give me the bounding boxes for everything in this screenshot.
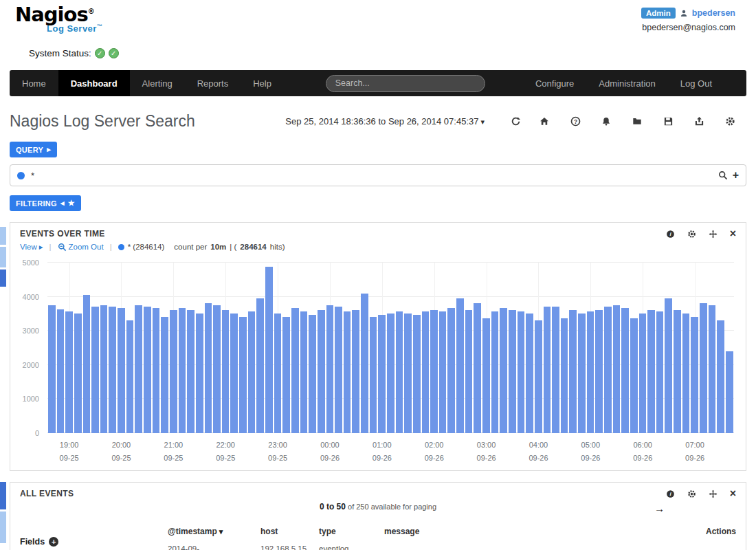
- export-icon[interactable]: [694, 116, 704, 126]
- chart-bar[interactable]: [179, 308, 186, 433]
- chart-bar[interactable]: [587, 311, 594, 433]
- chart-bar[interactable]: [639, 314, 647, 433]
- chart-bar[interactable]: [569, 310, 577, 433]
- chart-bar[interactable]: [265, 267, 273, 433]
- add-query-icon[interactable]: +: [733, 170, 739, 181]
- query-toggle-button[interactable]: QUERY▸: [10, 142, 57, 157]
- nav-item-alerting[interactable]: Alerting: [130, 70, 185, 96]
- chart-bar[interactable]: [717, 320, 724, 433]
- chart-bar[interactable]: [387, 314, 394, 433]
- chart-bar[interactable]: [83, 295, 91, 433]
- chart-bar[interactable]: [682, 314, 690, 433]
- chart-bar[interactable]: [439, 311, 447, 433]
- chart-bar[interactable]: [91, 307, 99, 433]
- nav-item-logout[interactable]: Log Out: [668, 70, 724, 96]
- chart-bar[interactable]: [300, 311, 308, 433]
- nav-item-reports[interactable]: Reports: [185, 70, 241, 96]
- chart-bar[interactable]: [118, 308, 125, 433]
- help-icon[interactable]: ?: [570, 116, 581, 126]
- zoom-out-link[interactable]: Zoom Out: [58, 243, 104, 252]
- search-magnifier-icon[interactable]: [718, 170, 728, 180]
- chart-bar[interactable]: [187, 310, 194, 433]
- column-type[interactable]: type: [319, 527, 384, 536]
- chart-bar[interactable]: [309, 315, 316, 433]
- save-icon[interactable]: [663, 116, 674, 126]
- info-icon[interactable]: i: [666, 490, 675, 498]
- chart-bar[interactable]: [378, 315, 386, 433]
- filtering-toggle-button[interactable]: FILTERING◂★: [10, 195, 81, 211]
- chart-bar[interactable]: [509, 310, 516, 433]
- chart-bar[interactable]: [291, 308, 299, 433]
- row-collapse-tab[interactable]: [0, 270, 6, 287]
- chart-bar[interactable]: [413, 315, 421, 433]
- chart-bar[interactable]: [491, 311, 499, 433]
- chart-bar[interactable]: [352, 310, 359, 433]
- chart-bar[interactable]: [474, 303, 481, 433]
- info-icon[interactable]: i: [666, 230, 675, 239]
- chart-bar[interactable]: [57, 309, 65, 433]
- row-collapse-tab[interactable]: [0, 512, 6, 543]
- chart-bar[interactable]: [595, 310, 603, 433]
- chart-bar[interactable]: [422, 311, 430, 433]
- panel-settings-gear-icon[interactable]: [687, 490, 696, 498]
- chart-bar[interactable]: [630, 318, 638, 433]
- move-panel-icon[interactable]: [709, 490, 718, 498]
- row-collapse-tab[interactable]: [0, 482, 6, 509]
- column-host[interactable]: host: [260, 527, 319, 536]
- add-field-icon[interactable]: +: [49, 537, 58, 547]
- chart-bar[interactable]: [561, 318, 568, 433]
- search-input[interactable]: [326, 75, 485, 92]
- view-link[interactable]: View▸: [20, 242, 43, 252]
- close-panel-icon[interactable]: ×: [730, 490, 736, 498]
- chart-bar[interactable]: [544, 307, 551, 433]
- chart-bar[interactable]: [230, 314, 238, 433]
- nav-item-administration[interactable]: Administration: [586, 70, 667, 96]
- table-row[interactable]: 2014-09- 192.168.5.15 eventlog: [168, 542, 736, 550]
- chart-bar[interactable]: [578, 314, 586, 433]
- chart-bar[interactable]: [248, 311, 256, 433]
- chart-bar[interactable]: [74, 314, 82, 433]
- chart-bar[interactable]: [700, 303, 707, 433]
- chart-bar[interactable]: [65, 311, 73, 433]
- chart-bar[interactable]: [274, 314, 282, 433]
- nav-item-home[interactable]: Home: [10, 70, 58, 96]
- chart-bar[interactable]: [726, 351, 733, 433]
- chart-bar[interactable]: [656, 311, 664, 433]
- chart-bar[interactable]: [170, 310, 177, 433]
- chart-bar[interactable]: [465, 310, 473, 433]
- chart-bar[interactable]: [396, 311, 403, 433]
- status-ok-icon[interactable]: ✓: [109, 48, 119, 58]
- chart-bar[interactable]: [344, 311, 351, 433]
- row-collapse-tab[interactable]: [0, 247, 6, 267]
- chart-bar[interactable]: [447, 308, 455, 433]
- close-panel-icon[interactable]: ×: [730, 230, 736, 238]
- chart-bar[interactable]: [256, 298, 264, 433]
- chart-bar[interactable]: [404, 314, 412, 433]
- chart-bar[interactable]: [552, 307, 559, 433]
- next-page-arrow[interactable]: →: [654, 503, 665, 514]
- chart-bar[interactable]: [526, 314, 533, 433]
- move-panel-icon[interactable]: [709, 230, 718, 239]
- row-collapse-tab[interactable]: [0, 227, 6, 245]
- chart-bar[interactable]: [126, 320, 134, 433]
- nav-item-configure[interactable]: Configure: [523, 70, 586, 96]
- chart-bar[interactable]: [604, 307, 612, 433]
- chart-bar[interactable]: [161, 317, 168, 433]
- series-color-dot-icon[interactable]: [118, 244, 124, 250]
- nav-item-help[interactable]: Help: [241, 70, 284, 96]
- chart-bar[interactable]: [500, 308, 507, 433]
- settings-gear-icon[interactable]: [725, 116, 735, 126]
- chart-bar[interactable]: [222, 310, 230, 433]
- chart-bar[interactable]: [239, 317, 247, 433]
- chart-bar[interactable]: [282, 317, 290, 433]
- refresh-button[interactable]: [511, 116, 521, 126]
- chart-bar[interactable]: [647, 310, 655, 433]
- chart-bars[interactable]: [47, 263, 734, 433]
- query-input[interactable]: * +: [10, 164, 746, 186]
- chart-bar[interactable]: [535, 320, 542, 433]
- alerts-bell-icon[interactable]: [601, 116, 611, 126]
- chart-bar[interactable]: [153, 308, 160, 433]
- chart-bar[interactable]: [318, 310, 325, 433]
- column-message[interactable]: message: [384, 527, 693, 536]
- status-ok-icon[interactable]: ✓: [95, 48, 105, 58]
